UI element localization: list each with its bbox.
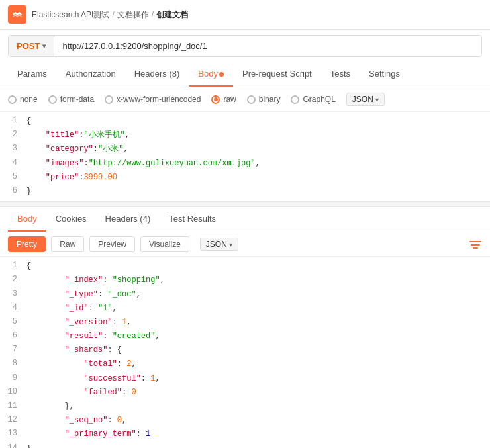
request-tab-bar: Params Authorization Headers (8) Body Pr… (0, 62, 490, 87)
method-dropdown-arrow: ▾ (42, 42, 46, 50)
breadcrumb-item-2[interactable]: 文档操作 (117, 9, 149, 21)
body-type-urlencoded[interactable]: x-www-form-urlencoded (105, 95, 201, 104)
body-active-dot (219, 72, 224, 77)
format-label: JSON (352, 95, 373, 104)
resp-line-10: 10 "failed": 0 (0, 386, 490, 400)
resp-line-12: 12 "_seq_no": 0, (0, 414, 490, 427)
resp-view-raw[interactable]: Raw (51, 236, 84, 252)
body-type-raw[interactable]: raw (211, 95, 236, 104)
resp-line-9: 9 "successful": 1, (0, 372, 490, 386)
resp-line-6: 6 "result": "created", (0, 330, 490, 343)
resp-line-11: 11 }, (0, 400, 490, 414)
response-view-bar: Pretty Raw Preview Visualize JSON ▾ (0, 232, 490, 257)
radio-graphql (291, 95, 299, 104)
resp-line-5: 5 "_version": 1, (0, 316, 490, 330)
resp-format-selector[interactable]: JSON ▾ (200, 238, 238, 251)
resp-view-visualize[interactable]: Visualize (140, 236, 189, 252)
req-line-4: 4 "images":"http://www.gulixueyuan.com/x… (0, 157, 490, 171)
radio-none (8, 95, 17, 104)
body-type-binary[interactable]: binary (247, 95, 281, 104)
req-line-1: 1 { (0, 114, 490, 128)
response-body-viewer: 1 { 2 "_index": "shopping", 3 "_type": "… (0, 257, 490, 448)
radio-raw (211, 95, 220, 104)
tab-tests[interactable]: Tests (321, 62, 360, 87)
app-logo (8, 5, 26, 24)
tab-authorization[interactable]: Authorization (56, 62, 125, 87)
resp-line-8: 8 "total": 2, (0, 357, 490, 371)
resp-line-1: 1 { (0, 259, 490, 273)
resp-line-14: 14 } (0, 442, 490, 448)
body-type-bar: none form-data x-www-form-urlencoded raw… (0, 87, 490, 112)
resp-tab-body[interactable]: Body (8, 207, 46, 232)
filter-icon[interactable] (469, 238, 482, 251)
url-input[interactable] (54, 36, 481, 56)
resp-line-3: 3 "_type": "_doc", (0, 288, 490, 302)
resp-line-7: 7 "_shards": { (0, 343, 490, 357)
req-line-3: 3 "category":"小米", (0, 142, 490, 156)
tab-params[interactable]: Params (8, 62, 56, 87)
tab-prerequest[interactable]: Pre-request Script (233, 62, 321, 87)
resp-tab-test-results[interactable]: Test Results (160, 207, 225, 232)
tab-body[interactable]: Body (189, 62, 233, 87)
radio-form-data (48, 95, 57, 104)
breadcrumb-item-1[interactable]: Elasticsearch API测试 (32, 9, 109, 21)
breadcrumb: Elasticsearch API测试 / 文档操作 / 创建文档 (32, 9, 188, 21)
response-tab-bar: Body Cookies Headers (4) Test Results (0, 207, 490, 232)
resp-line-13: 13 "_primary_term": 1 (0, 427, 490, 441)
format-selector[interactable]: JSON ▾ (346, 93, 385, 106)
resp-view-pretty[interactable]: Pretty (8, 236, 46, 252)
resp-line-4: 4 "_id": "1", (0, 302, 490, 316)
resp-format-label: JSON (206, 240, 227, 249)
breadcrumb-item-3: 创建文档 (156, 9, 188, 21)
method-label: POST (17, 41, 40, 51)
resp-format-arrow: ▾ (229, 241, 232, 248)
resp-tab-cookies[interactable]: Cookies (46, 207, 96, 232)
resp-view-preview[interactable]: Preview (89, 236, 135, 252)
req-line-2: 2 "title":"小米手机", (0, 128, 490, 142)
method-select[interactable]: POST ▾ (9, 36, 54, 56)
body-type-none[interactable]: none (8, 95, 38, 104)
header: Elasticsearch API测试 / 文档操作 / 创建文档 (0, 0, 490, 30)
radio-binary (247, 95, 256, 104)
section-divider (0, 202, 490, 207)
request-body-editor[interactable]: 1 { 2 "title":"小米手机", 3 "category":"小米",… (0, 112, 490, 202)
resp-line-2: 2 "_index": "shopping", (0, 273, 490, 287)
radio-urlencoded (105, 95, 113, 104)
resp-tab-headers[interactable]: Headers (4) (96, 207, 160, 232)
req-line-5: 5 "price":3999.00 (0, 171, 490, 185)
body-type-graphql[interactable]: GraphQL (291, 95, 335, 104)
body-type-form-data[interactable]: form-data (48, 95, 94, 104)
tab-headers[interactable]: Headers (8) (125, 62, 189, 87)
format-dropdown-arrow: ▾ (375, 96, 379, 103)
tab-settings[interactable]: Settings (360, 62, 409, 87)
req-line-6: 6 } (0, 185, 490, 199)
url-bar: POST ▾ (8, 35, 482, 57)
